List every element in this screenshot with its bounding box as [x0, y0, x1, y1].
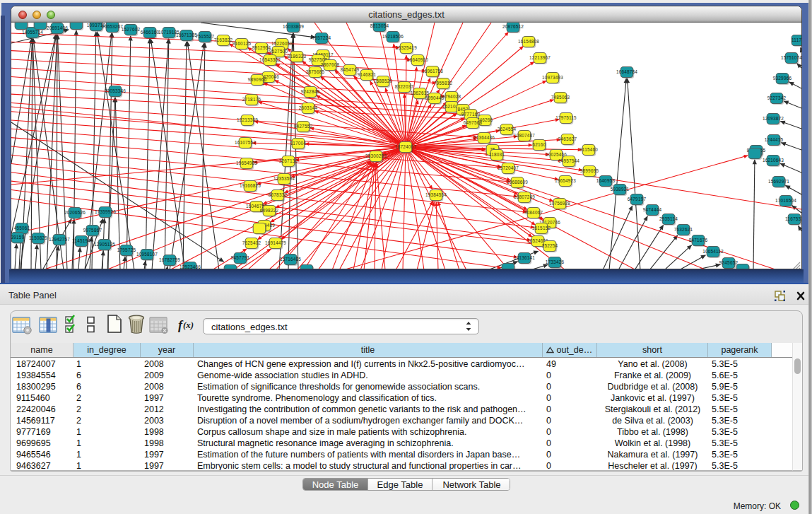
svg-text:6497568: 6497568 — [464, 120, 483, 125]
svg-text:6498222: 6498222 — [260, 208, 279, 213]
svg-text:16154808: 16154808 — [518, 39, 539, 44]
svg-text:17016504: 17016504 — [775, 198, 796, 203]
svg-text:9245652: 9245652 — [719, 260, 739, 265]
svg-text:9777169: 9777169 — [461, 112, 481, 117]
svg-text:17975115: 17975115 — [555, 115, 577, 120]
svg-text:9115460: 9115460 — [579, 147, 598, 152]
svg-text:9975867: 9975867 — [83, 228, 102, 233]
svg-text:1362615: 1362615 — [411, 90, 430, 95]
svg-text:1244415: 1244415 — [765, 137, 784, 142]
svg-text:9227342: 9227342 — [767, 95, 787, 100]
svg-text:1167533: 1167533 — [785, 216, 801, 221]
svg-text:16648784: 16648784 — [616, 69, 637, 74]
svg-text:9527500: 9527500 — [269, 49, 288, 54]
svg-text:252254: 252254 — [542, 243, 558, 248]
svg-text:19218506: 19218506 — [382, 34, 404, 39]
svg-text:6794028: 6794028 — [442, 94, 461, 99]
svg-text:16640910: 16640910 — [407, 57, 428, 62]
svg-text:16033809: 16033809 — [283, 24, 304, 29]
svg-text:9242848: 9242848 — [301, 89, 320, 94]
svg-text:10653267: 10653267 — [102, 24, 123, 29]
svg-text:16782759: 16782759 — [159, 257, 180, 262]
svg-text:18724007: 18724007 — [395, 144, 416, 149]
svg-text:1795725: 1795725 — [117, 247, 136, 252]
svg-text:9329966: 9329966 — [773, 76, 792, 81]
svg-text:16961758: 16961758 — [422, 69, 443, 74]
svg-text:1733426: 1733426 — [546, 259, 565, 264]
svg-text:19654923: 19654923 — [555, 178, 576, 183]
svg-text:16543362: 16543362 — [259, 57, 281, 62]
svg-text:8322037: 8322037 — [395, 84, 414, 89]
svg-text:1150829: 1150829 — [29, 235, 47, 240]
svg-text:1640953: 1640953 — [596, 178, 616, 183]
svg-text:8471676: 8471676 — [689, 238, 708, 243]
svg-text:16210643: 16210643 — [763, 158, 784, 163]
svg-text:5938921: 5938921 — [611, 187, 630, 192]
svg-text:10688609: 10688609 — [507, 180, 528, 185]
svg-text:10958107: 10958107 — [136, 252, 158, 257]
svg-text:14136141: 14136141 — [514, 255, 535, 260]
svg-text:8454749: 8454749 — [341, 67, 360, 72]
svg-text:18807249: 18807249 — [514, 194, 535, 199]
svg-text:10756928: 10756928 — [549, 201, 570, 206]
svg-text:12923466: 12923466 — [180, 264, 201, 269]
svg-text:9890966: 9890966 — [248, 77, 267, 82]
svg-text:7515527: 7515527 — [196, 34, 215, 39]
svg-text:455061: 455061 — [14, 226, 30, 230]
svg-text:62160: 62160 — [533, 142, 546, 147]
svg-text:19384554: 19384554 — [425, 192, 447, 197]
svg-text:11175: 11175 — [792, 37, 801, 42]
svg-text:8813054: 8813054 — [370, 23, 389, 28]
svg-text:20691406: 20691406 — [47, 25, 68, 30]
svg-text:10654112: 10654112 — [702, 249, 724, 254]
svg-text:12942757: 12942757 — [49, 237, 70, 242]
svg-text:25300293: 25300293 — [365, 153, 387, 158]
svg-text:2935114: 2935114 — [659, 216, 678, 221]
svg-text:9463627: 9463627 — [558, 136, 577, 141]
svg-text:20876512: 20876512 — [502, 24, 524, 29]
svg-text:2603144: 2603144 — [299, 105, 318, 110]
svg-text:19654985: 19654985 — [236, 160, 257, 165]
svg-text:7163822: 7163822 — [214, 37, 233, 42]
svg-text:19166825: 19166825 — [240, 183, 261, 188]
svg-text:8427552: 8427552 — [294, 124, 313, 129]
svg-text:6466160: 6466160 — [141, 30, 160, 35]
svg-text:15226058: 15226058 — [271, 41, 293, 46]
svg-text:15692971: 15692971 — [768, 179, 789, 184]
svg-text:118031: 118031 — [489, 152, 505, 157]
svg-text:7957224: 7957224 — [312, 35, 331, 40]
svg-text:9457791: 9457791 — [231, 255, 250, 260]
svg-text:39159: 39159 — [11, 235, 25, 240]
svg-text:9160125: 9160125 — [233, 41, 252, 46]
svg-text:9084067: 9084067 — [524, 210, 543, 215]
svg-text:2367608: 2367608 — [321, 62, 340, 67]
svg-text:7955812: 7955812 — [434, 81, 453, 86]
svg-text:10973493: 10973493 — [542, 75, 563, 80]
svg-text:14957544: 14957544 — [558, 158, 579, 163]
svg-text:20206526: 20206526 — [64, 210, 86, 215]
svg-text:3875685: 3875685 — [306, 69, 325, 74]
svg-text:17359926: 17359926 — [95, 209, 116, 214]
svg-text:3624554: 3624554 — [498, 127, 517, 132]
svg-text:9146821: 9146821 — [358, 72, 377, 77]
svg-text:16914479: 16914479 — [265, 240, 286, 245]
svg-text:117004: 117004 — [290, 141, 306, 146]
svg-text:6479197: 6479197 — [628, 197, 647, 201]
svg-text:7632621: 7632621 — [674, 227, 693, 232]
svg-text:3267130: 3267130 — [279, 158, 298, 163]
svg-text:8678332: 8678332 — [269, 192, 288, 197]
svg-text:8990448: 8990448 — [425, 95, 445, 100]
svg-text:1145194: 1145194 — [72, 238, 90, 243]
svg-text:16671385: 16671385 — [176, 33, 197, 37]
svg-text:8186323: 8186323 — [288, 54, 307, 59]
svg-text:2718176: 2718176 — [242, 97, 261, 102]
svg-text:12213967: 12213967 — [529, 55, 551, 60]
svg-text:15325419: 15325419 — [396, 45, 417, 50]
svg-text:15720407: 15720407 — [498, 165, 519, 170]
svg-text:1588520: 1588520 — [374, 78, 393, 83]
svg-text:7625402: 7625402 — [242, 240, 261, 245]
svg-text:1527602: 1527602 — [122, 27, 141, 32]
svg-text:9474444: 9474444 — [643, 207, 662, 212]
svg-text:15716485: 15716485 — [280, 257, 301, 262]
svg-text:16107552: 16107552 — [235, 140, 256, 145]
